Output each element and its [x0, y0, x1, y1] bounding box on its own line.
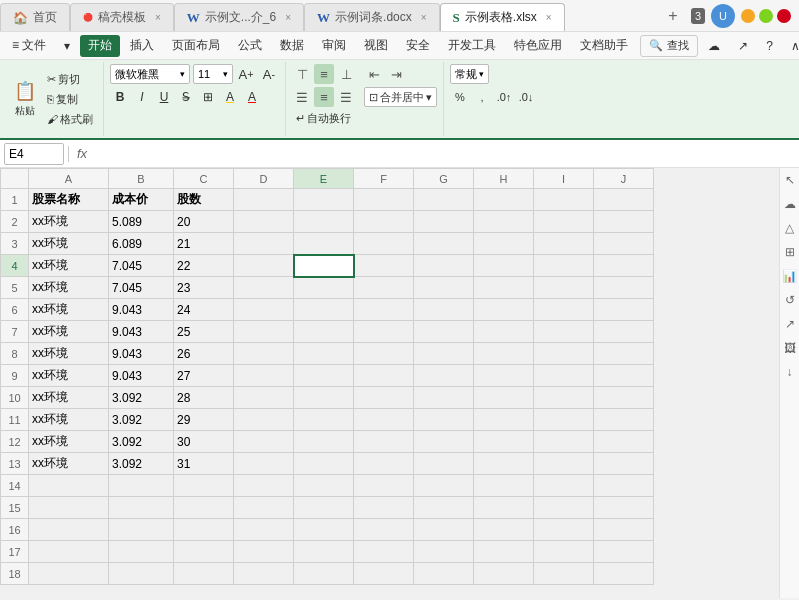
- cell-I5[interactable]: [534, 277, 594, 299]
- cell-F4[interactable]: [354, 255, 414, 277]
- cell-G11[interactable]: [414, 409, 474, 431]
- row-header-15[interactable]: 15: [1, 497, 29, 519]
- cell-J17[interactable]: [594, 541, 654, 563]
- cell-F17[interactable]: [354, 541, 414, 563]
- menu-share[interactable]: ↗: [730, 35, 756, 57]
- menu-devtools[interactable]: 开发工具: [440, 35, 504, 57]
- cell-D7[interactable]: [234, 321, 294, 343]
- cell-C15[interactable]: [174, 497, 234, 519]
- cell-D2[interactable]: [234, 211, 294, 233]
- cell-G5[interactable]: [414, 277, 474, 299]
- cell-F11[interactable]: [354, 409, 414, 431]
- cell-F12[interactable]: [354, 431, 414, 453]
- paste-button[interactable]: 📋 粘贴: [10, 80, 40, 118]
- cell-B9[interactable]: 9.043: [109, 365, 174, 387]
- cell-F6[interactable]: [354, 299, 414, 321]
- align-center-button[interactable]: ≡: [314, 87, 334, 107]
- cell-B11[interactable]: 3.092: [109, 409, 174, 431]
- cell-A15[interactable]: [29, 497, 109, 519]
- cell-B2[interactable]: 5.089: [109, 211, 174, 233]
- cell-D15[interactable]: [234, 497, 294, 519]
- cell-C7[interactable]: 25: [174, 321, 234, 343]
- cell-B14[interactable]: [109, 475, 174, 497]
- cell-G1[interactable]: [414, 189, 474, 211]
- cell-J18[interactable]: [594, 563, 654, 585]
- cell-F16[interactable]: [354, 519, 414, 541]
- align-bottom-button[interactable]: ⊥: [336, 64, 356, 84]
- cell-G16[interactable]: [414, 519, 474, 541]
- menu-collapse[interactable]: ∧: [783, 35, 799, 57]
- cell-G7[interactable]: [414, 321, 474, 343]
- col-header-B[interactable]: B: [109, 169, 174, 189]
- cell-E16[interactable]: [294, 519, 354, 541]
- menu-help[interactable]: ?: [758, 35, 781, 57]
- sidebar-download-icon[interactable]: ↓: [782, 364, 798, 380]
- cell-E4[interactable]: [294, 255, 354, 277]
- cell-B13[interactable]: 3.092: [109, 453, 174, 475]
- sidebar-chart-icon[interactable]: 📊: [782, 268, 798, 284]
- menu-search[interactable]: 🔍查找: [640, 35, 698, 57]
- sidebar-cloud-icon[interactable]: ☁: [782, 196, 798, 212]
- row-header-6[interactable]: 6: [1, 299, 29, 321]
- cell-B8[interactable]: 9.043: [109, 343, 174, 365]
- cell-C2[interactable]: 20: [174, 211, 234, 233]
- cell-F2[interactable]: [354, 211, 414, 233]
- cell-B6[interactable]: 9.043: [109, 299, 174, 321]
- cell-F10[interactable]: [354, 387, 414, 409]
- cell-E15[interactable]: [294, 497, 354, 519]
- cell-J16[interactable]: [594, 519, 654, 541]
- cell-I8[interactable]: [534, 343, 594, 365]
- cell-H4[interactable]: [474, 255, 534, 277]
- row-header-7[interactable]: 7: [1, 321, 29, 343]
- cell-H9[interactable]: [474, 365, 534, 387]
- cell-H1[interactable]: [474, 189, 534, 211]
- row-header-16[interactable]: 16: [1, 519, 29, 541]
- cell-D14[interactable]: [234, 475, 294, 497]
- menu-insert[interactable]: 插入: [122, 35, 162, 57]
- menu-special[interactable]: 特色应用: [506, 35, 570, 57]
- menu-view[interactable]: 视图: [356, 35, 396, 57]
- cut-button[interactable]: ✂ 剪切: [43, 70, 97, 88]
- cell-reference-box[interactable]: E4: [4, 143, 64, 165]
- cell-F1[interactable]: [354, 189, 414, 211]
- cell-E7[interactable]: [294, 321, 354, 343]
- sidebar-cursor-icon[interactable]: ↖: [782, 172, 798, 188]
- cell-A13[interactable]: xx环境: [29, 453, 109, 475]
- cell-D10[interactable]: [234, 387, 294, 409]
- row-header-13[interactable]: 13: [1, 453, 29, 475]
- border-button[interactable]: ⊞: [198, 87, 218, 107]
- cell-G2[interactable]: [414, 211, 474, 233]
- cell-I16[interactable]: [534, 519, 594, 541]
- comma-button[interactable]: ,: [472, 87, 492, 107]
- cell-H2[interactable]: [474, 211, 534, 233]
- menu-cloud[interactable]: ☁: [700, 35, 728, 57]
- cell-J1[interactable]: [594, 189, 654, 211]
- format-painter-button[interactable]: 🖌 格式刷: [43, 110, 97, 128]
- row-header-11[interactable]: 11: [1, 409, 29, 431]
- align-middle-button[interactable]: ≡: [314, 64, 334, 84]
- row-header-2[interactable]: 2: [1, 211, 29, 233]
- decrease-font-button[interactable]: A-: [259, 64, 279, 84]
- maximize-button[interactable]: [759, 9, 773, 23]
- cell-C13[interactable]: 31: [174, 453, 234, 475]
- cell-F14[interactable]: [354, 475, 414, 497]
- cell-F5[interactable]: [354, 277, 414, 299]
- menu-start[interactable]: 开始: [80, 35, 120, 57]
- cell-G10[interactable]: [414, 387, 474, 409]
- cell-E11[interactable]: [294, 409, 354, 431]
- cell-G8[interactable]: [414, 343, 474, 365]
- cell-E6[interactable]: [294, 299, 354, 321]
- cell-C12[interactable]: 30: [174, 431, 234, 453]
- cell-D1[interactable]: [234, 189, 294, 211]
- cell-H12[interactable]: [474, 431, 534, 453]
- menu-dochelper[interactable]: 文档助手: [572, 35, 636, 57]
- col-header-J[interactable]: J: [594, 169, 654, 189]
- cell-I9[interactable]: [534, 365, 594, 387]
- menu-layout[interactable]: 页面布局: [164, 35, 228, 57]
- indent-left-button[interactable]: ⇤: [364, 64, 384, 84]
- row-header-17[interactable]: 17: [1, 541, 29, 563]
- cell-B4[interactable]: 7.045: [109, 255, 174, 277]
- cell-H5[interactable]: [474, 277, 534, 299]
- tab-home[interactable]: 🏠首页: [0, 3, 70, 31]
- row-header-1[interactable]: 1: [1, 189, 29, 211]
